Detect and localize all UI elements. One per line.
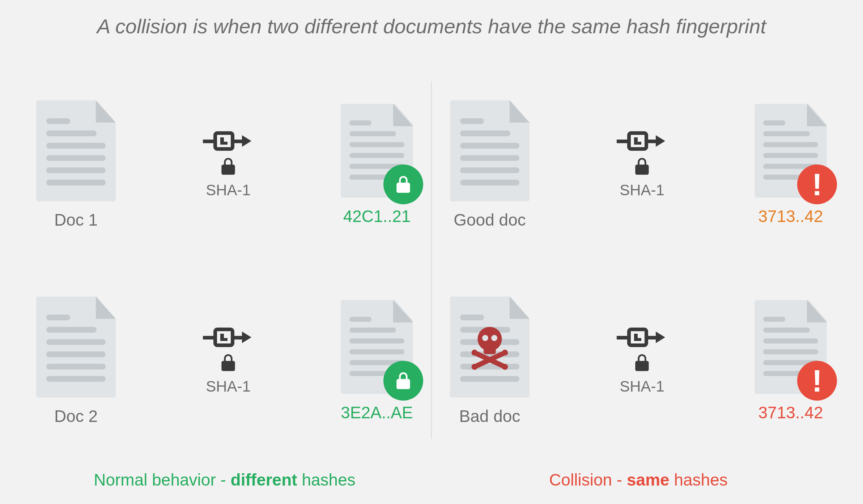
svg-rect-10: [233, 336, 243, 339]
doc-label: Doc 2: [54, 406, 98, 426]
diagram-grid: Doc 1: [29, 67, 834, 490]
normal-row-1: Doc 1: [29, 67, 420, 263]
input-doc-cell: Bad doc: [450, 296, 530, 426]
svg-rect-3: [220, 142, 228, 145]
hash-fn-cell: SHA-1: [617, 131, 667, 199]
svg-point-24: [472, 350, 478, 356]
output-doc-cell: ! 3713..42: [754, 300, 827, 422]
hash-fn-label: SHA-1: [620, 378, 664, 395]
svg-point-27: [502, 364, 508, 370]
result-document-icon: [341, 104, 413, 198]
svg-rect-12: [617, 140, 629, 143]
input-doc-cell: Doc 2: [36, 296, 116, 426]
hash-fn-cell: SHA-1: [203, 131, 254, 199]
normal-column: Doc 1: [29, 67, 420, 490]
svg-rect-31: [634, 338, 641, 341]
alert-badge-icon: !: [797, 361, 837, 401]
collision-column: Good doc: [443, 67, 834, 490]
collision-row-1: Good doc: [443, 67, 834, 263]
svg-rect-16: [646, 140, 656, 143]
collision-caption: Collision - same hashes: [443, 470, 834, 490]
svg-marker-17: [656, 135, 665, 147]
hash-function-icon: SHA-1: [203, 327, 254, 395]
svg-marker-11: [242, 332, 251, 343]
alert-badge-icon: !: [797, 165, 837, 204]
document-icon: [36, 296, 116, 398]
hash-value: 3713..42: [758, 403, 823, 422]
output-doc-cell: ! 3713..42: [754, 104, 827, 226]
collision-row-2: Bad doc: [443, 263, 834, 460]
diagram-canvas: A collision is when two different docume…: [0, 0, 863, 504]
svg-point-21: [491, 335, 497, 341]
normal-row-2: Doc 2: [29, 263, 420, 460]
result-document-icon: !: [754, 104, 827, 198]
hash-function-icon: SHA-1: [617, 131, 667, 199]
doc-label: Bad doc: [459, 406, 520, 426]
output-doc-cell: 42C1..21: [341, 104, 413, 226]
svg-point-20: [482, 335, 488, 341]
hash-fn-cell: SHA-1: [617, 327, 667, 395]
doc-label: Good doc: [454, 210, 526, 230]
hash-function-icon: SHA-1: [203, 131, 254, 199]
svg-point-25: [502, 350, 508, 356]
caption-bold: same: [627, 470, 669, 489]
document-icon-bad: [450, 296, 530, 398]
caption-post: hashes: [669, 470, 728, 489]
hash-fn-label: SHA-1: [206, 378, 251, 395]
input-doc-cell: Doc 1: [36, 100, 116, 230]
lock-badge-icon: [383, 361, 423, 401]
doc-label: Doc 1: [54, 210, 98, 230]
vertical-divider: [431, 81, 432, 439]
caption-bold: different: [231, 470, 297, 489]
input-doc-cell: Good doc: [450, 100, 530, 230]
svg-rect-15: [634, 142, 641, 145]
svg-rect-0: [203, 140, 215, 143]
hash-value: 3713..42: [758, 206, 823, 226]
svg-rect-4: [233, 140, 243, 143]
result-document-icon: [341, 300, 413, 394]
diagram-title: A collision is when two different docume…: [29, 14, 834, 38]
hash-value: 3E2A..AE: [341, 403, 413, 422]
caption-pre: Collision -: [549, 470, 627, 489]
document-icon: [36, 100, 116, 201]
hash-fn-label: SHA-1: [620, 181, 664, 199]
hash-fn-cell: SHA-1: [203, 327, 254, 395]
svg-rect-9: [220, 338, 228, 341]
hash-function-icon: SHA-1: [617, 327, 667, 395]
svg-rect-32: [646, 336, 656, 339]
svg-marker-5: [242, 135, 251, 147]
hash-value: 42C1..21: [343, 206, 411, 226]
svg-rect-28: [617, 336, 629, 339]
normal-caption: Normal behavior - different hashes: [29, 470, 420, 490]
svg-point-26: [472, 364, 478, 370]
svg-rect-6: [203, 336, 215, 339]
svg-marker-33: [656, 332, 665, 343]
caption-pre: Normal behavior -: [94, 470, 230, 489]
document-icon: [450, 100, 530, 201]
hash-fn-label: SHA-1: [206, 181, 251, 199]
svg-rect-19: [484, 347, 496, 354]
skull-crossbones-icon: [464, 322, 515, 372]
result-document-icon: !: [754, 300, 827, 394]
caption-post: hashes: [297, 470, 356, 489]
output-doc-cell: 3E2A..AE: [341, 300, 413, 422]
lock-badge-icon: [383, 165, 423, 204]
